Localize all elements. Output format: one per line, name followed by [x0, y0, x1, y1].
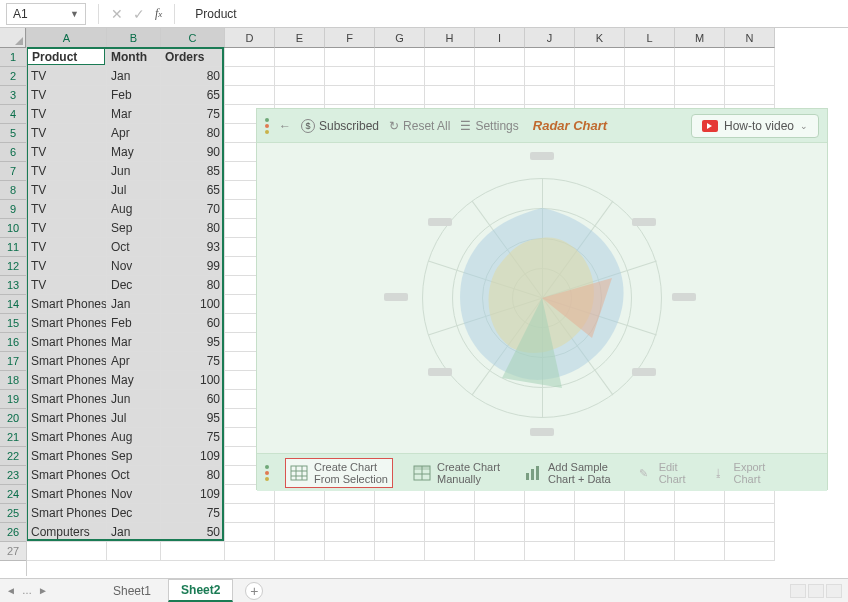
cell-B9[interactable]: Aug: [107, 200, 161, 219]
cell-B13[interactable]: Dec: [107, 276, 161, 295]
column-header-B[interactable]: B: [107, 28, 161, 48]
column-header-H[interactable]: H: [425, 28, 475, 48]
column-header-J[interactable]: J: [525, 28, 575, 48]
reset-all-button[interactable]: ↻ Reset All: [389, 119, 450, 133]
cell-G26[interactable]: [375, 523, 425, 542]
cell-F26[interactable]: [325, 523, 375, 542]
cell-C11[interactable]: 93: [161, 238, 225, 257]
cell-C22[interactable]: 109: [161, 447, 225, 466]
cell-C26[interactable]: 50: [161, 523, 225, 542]
cell-K2[interactable]: [575, 67, 625, 86]
row-header-11[interactable]: 11: [0, 238, 26, 257]
cell-B16[interactable]: Mar: [107, 333, 161, 352]
back-button[interactable]: ←: [279, 119, 291, 133]
cell-C1[interactable]: Orders: [161, 48, 225, 67]
cell-C9[interactable]: 70: [161, 200, 225, 219]
cell-B24[interactable]: Nov: [107, 485, 161, 504]
cell-A24[interactable]: Smart Phones: [27, 485, 107, 504]
row-header-25[interactable]: 25: [0, 504, 26, 523]
cell-C2[interactable]: 80: [161, 67, 225, 86]
cell-F1[interactable]: [325, 48, 375, 67]
cell-F25[interactable]: [325, 504, 375, 523]
fx-icon[interactable]: fx: [155, 6, 162, 21]
cell-K25[interactable]: [575, 504, 625, 523]
row-header-27[interactable]: 27: [0, 542, 26, 561]
cell-B10[interactable]: Sep: [107, 219, 161, 238]
cell-L27[interactable]: [625, 542, 675, 561]
cell-F27[interactable]: [325, 542, 375, 561]
settings-button[interactable]: ☰ Settings: [460, 119, 518, 133]
cell-A12[interactable]: TV: [27, 257, 107, 276]
column-header-F[interactable]: F: [325, 28, 375, 48]
cell-L3[interactable]: [625, 86, 675, 105]
cell-H25[interactable]: [425, 504, 475, 523]
row-header-6[interactable]: 6: [0, 143, 26, 162]
cell-H1[interactable]: [425, 48, 475, 67]
cell-J26[interactable]: [525, 523, 575, 542]
row-header-17[interactable]: 17: [0, 352, 26, 371]
cell-D26[interactable]: [225, 523, 275, 542]
name-box[interactable]: A1 ▼: [6, 3, 86, 25]
row-header-5[interactable]: 5: [0, 124, 26, 143]
cell-H27[interactable]: [425, 542, 475, 561]
cell-D27[interactable]: [225, 542, 275, 561]
row-header-22[interactable]: 22: [0, 447, 26, 466]
cell-L25[interactable]: [625, 504, 675, 523]
cell-A19[interactable]: Smart Phones: [27, 390, 107, 409]
cell-A17[interactable]: Smart Phones: [27, 352, 107, 371]
column-header-I[interactable]: I: [475, 28, 525, 48]
cell-E3[interactable]: [275, 86, 325, 105]
cell-C24[interactable]: 109: [161, 485, 225, 504]
row-header-9[interactable]: 9: [0, 200, 26, 219]
row-header-26[interactable]: 26: [0, 523, 26, 542]
cell-G25[interactable]: [375, 504, 425, 523]
cell-C6[interactable]: 90: [161, 143, 225, 162]
select-all-corner[interactable]: [0, 28, 26, 48]
cell-I2[interactable]: [475, 67, 525, 86]
cell-E27[interactable]: [275, 542, 325, 561]
column-header-N[interactable]: N: [725, 28, 775, 48]
cell-K1[interactable]: [575, 48, 625, 67]
cell-B22[interactable]: Sep: [107, 447, 161, 466]
formula-content[interactable]: Product: [187, 7, 842, 21]
cell-C4[interactable]: 75: [161, 105, 225, 124]
cell-C16[interactable]: 95: [161, 333, 225, 352]
cell-E1[interactable]: [275, 48, 325, 67]
cell-A10[interactable]: TV: [27, 219, 107, 238]
row-header-19[interactable]: 19: [0, 390, 26, 409]
howto-video-button[interactable]: How-to video ⌄: [691, 114, 819, 138]
horizontal-scrollbar[interactable]: [790, 584, 842, 598]
cell-B25[interactable]: Dec: [107, 504, 161, 523]
cell-K3[interactable]: [575, 86, 625, 105]
cell-C23[interactable]: 80: [161, 466, 225, 485]
cell-L26[interactable]: [625, 523, 675, 542]
row-header-1[interactable]: 1: [0, 48, 26, 67]
row-header-15[interactable]: 15: [0, 314, 26, 333]
cell-A14[interactable]: Smart Phones: [27, 295, 107, 314]
cell-C7[interactable]: 85: [161, 162, 225, 181]
cell-B27[interactable]: [107, 542, 161, 561]
cell-B7[interactable]: Jun: [107, 162, 161, 181]
cell-L2[interactable]: [625, 67, 675, 86]
drag-handle-icon[interactable]: [265, 465, 269, 481]
row-header-7[interactable]: 7: [0, 162, 26, 181]
cell-A3[interactable]: TV: [27, 86, 107, 105]
cell-M26[interactable]: [675, 523, 725, 542]
cell-J2[interactable]: [525, 67, 575, 86]
cell-J27[interactable]: [525, 542, 575, 561]
cell-A27[interactable]: [27, 542, 107, 561]
cell-A15[interactable]: Smart Phones: [27, 314, 107, 333]
cell-A5[interactable]: TV: [27, 124, 107, 143]
cell-B19[interactable]: Jun: [107, 390, 161, 409]
sheet-tab-sheet1[interactable]: Sheet1: [100, 580, 164, 602]
cell-F3[interactable]: [325, 86, 375, 105]
cell-B1[interactable]: Month: [107, 48, 161, 67]
cell-I25[interactable]: [475, 504, 525, 523]
cell-D1[interactable]: [225, 48, 275, 67]
cell-I3[interactable]: [475, 86, 525, 105]
row-header-13[interactable]: 13: [0, 276, 26, 295]
row-header-20[interactable]: 20: [0, 409, 26, 428]
subscribed-pill[interactable]: $ Subscribed: [301, 119, 379, 133]
cell-C14[interactable]: 100: [161, 295, 225, 314]
cancel-icon[interactable]: ✕: [111, 6, 123, 22]
